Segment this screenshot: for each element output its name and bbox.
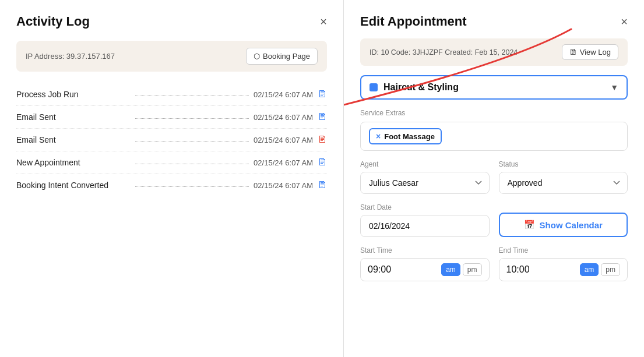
activity-dots xyxy=(135,96,249,96)
activity-name: Booking Intent Converted xyxy=(16,181,131,190)
start-time-field: Start Time 09:00 am pm xyxy=(360,246,490,281)
agent-status-row: Agent Julius Caesar Status Approved Pend… xyxy=(360,160,628,194)
activity-name: Process Job Run xyxy=(16,90,131,99)
right-panel-header: Edit Appointment × xyxy=(360,14,628,29)
view-log-button[interactable]: 🖹 View Log xyxy=(562,44,618,60)
time-row: Start Time 09:00 am pm End Time 10:00 am… xyxy=(360,246,628,281)
service-select[interactable]: Haircut & Styling ▼ xyxy=(360,75,628,100)
right-close-button[interactable]: × xyxy=(621,16,628,27)
booking-page-button[interactable]: ⬡ Booking Page xyxy=(246,48,318,65)
end-time-value: 10:00 xyxy=(506,264,574,275)
service-extras-label: Service Extras xyxy=(360,109,628,117)
activity-dots xyxy=(135,141,249,142)
chevron-down-icon: ▼ xyxy=(610,83,618,92)
right-panel: Edit Appointment × ID: 10 Code: 3JHJZPF … xyxy=(344,0,644,357)
activity-item: New Appointment 02/15/24 6:07 AM 🖹 xyxy=(16,151,327,174)
start-time-label: Start Time xyxy=(360,246,490,255)
start-time-ampm: am pm xyxy=(441,263,481,276)
view-log-icon: 🖹 xyxy=(569,48,577,56)
end-time-pm-button[interactable]: pm xyxy=(601,263,620,276)
show-calendar-button[interactable]: 📅 Show Calendar xyxy=(499,213,628,237)
left-panel-header: Activity Log × xyxy=(16,14,327,29)
date-calendar-row: Start Date 📅 Show Calendar xyxy=(360,203,628,237)
document-icon[interactable]: 🖹 xyxy=(318,135,327,145)
start-date-input[interactable] xyxy=(360,215,490,237)
activity-time: 02/15/24 6:07 AM xyxy=(254,113,313,122)
end-time-ampm: am pm xyxy=(580,263,620,276)
external-link-icon: ⬡ xyxy=(254,52,260,61)
show-calendar-field: 📅 Show Calendar xyxy=(499,203,628,237)
document-icon[interactable]: 🖹 xyxy=(318,180,327,190)
activity-time: 02/15/24 6:07 AM xyxy=(254,90,313,99)
document-icon[interactable]: 🖹 xyxy=(318,112,327,122)
right-panel-title: Edit Appointment xyxy=(360,14,467,29)
start-date-label: Start Date xyxy=(360,203,490,211)
left-panel: Activity Log × IP Address: 39.37.157.167… xyxy=(0,0,344,357)
activity-dots xyxy=(135,186,249,187)
activity-item: Booking Intent Converted 02/15/24 6:07 A… xyxy=(16,174,327,196)
remove-extra-icon[interactable]: × xyxy=(376,132,381,141)
service-color-indicator xyxy=(369,83,378,91)
agent-select[interactable]: Julius Caesar xyxy=(360,172,490,194)
appointment-meta: ID: 10 Code: 3JHJZPF Created: Feb 15, 20… xyxy=(369,48,518,56)
left-close-button[interactable]: × xyxy=(320,16,327,27)
activity-dots xyxy=(135,118,249,119)
start-time-pm-button[interactable]: pm xyxy=(463,263,482,276)
activity-time: 02/15/24 6:07 AM xyxy=(254,136,313,144)
document-icon[interactable]: 🖹 xyxy=(318,89,327,100)
status-field: Status Approved Pending Cancelled xyxy=(499,160,628,194)
activity-item: Process Job Run 02/15/24 6:07 AM 🖹 xyxy=(16,83,327,106)
left-panel-title: Activity Log xyxy=(16,14,90,29)
document-icon[interactable]: 🖹 xyxy=(318,157,327,168)
show-calendar-label: Show Calendar xyxy=(540,220,603,230)
ip-address-bar: IP Address: 39.37.157.167 ⬡ Booking Page xyxy=(16,41,327,72)
service-select-left: Haircut & Styling xyxy=(369,82,459,93)
service-name: Haircut & Styling xyxy=(383,82,459,93)
agent-label: Agent xyxy=(360,160,490,168)
extra-tag-foot-massage[interactable]: × Foot Massage xyxy=(369,128,442,144)
activity-name: New Appointment xyxy=(16,158,131,167)
meta-bar: ID: 10 Code: 3JHJZPF Created: Feb 15, 20… xyxy=(360,38,628,66)
activity-time: 02/15/24 6:07 AM xyxy=(254,158,313,167)
booking-page-label: Booking Page xyxy=(263,52,310,61)
start-time-am-button[interactable]: am xyxy=(441,263,460,276)
end-time-label: End Time xyxy=(499,246,628,255)
start-date-field: Start Date xyxy=(360,203,490,237)
end-time-field: End Time 10:00 am pm xyxy=(499,246,628,281)
ip-address-text: IP Address: 39.37.157.167 xyxy=(26,52,115,61)
start-time-input-wrapper: 09:00 am pm xyxy=(360,258,490,281)
agent-field: Agent Julius Caesar xyxy=(360,160,490,194)
activity-dots xyxy=(135,164,249,164)
service-extras-section: Service Extras × Foot Massage xyxy=(360,109,628,151)
end-time-input-wrapper: 10:00 am pm xyxy=(499,258,628,281)
activity-list: Process Job Run 02/15/24 6:07 AM 🖹 Email… xyxy=(16,83,327,196)
activity-time: 02/15/24 6:07 AM xyxy=(254,181,313,190)
activity-item: Email Sent 02/15/24 6:07 AM 🖹 xyxy=(16,129,327,151)
activity-item: Email Sent 02/15/24 6:07 AM 🖹 xyxy=(16,106,327,129)
extras-box: × Foot Massage xyxy=(360,122,628,151)
end-time-am-button[interactable]: am xyxy=(580,263,599,276)
status-select[interactable]: Approved Pending Cancelled xyxy=(499,172,628,194)
activity-name: Email Sent xyxy=(16,135,131,144)
calendar-icon: 📅 xyxy=(524,220,535,230)
status-label: Status xyxy=(499,160,628,168)
view-log-label: View Log xyxy=(580,48,611,56)
extra-tag-label: Foot Massage xyxy=(384,132,435,141)
start-time-value: 09:00 xyxy=(368,264,435,275)
activity-name: Email Sent xyxy=(16,112,131,122)
